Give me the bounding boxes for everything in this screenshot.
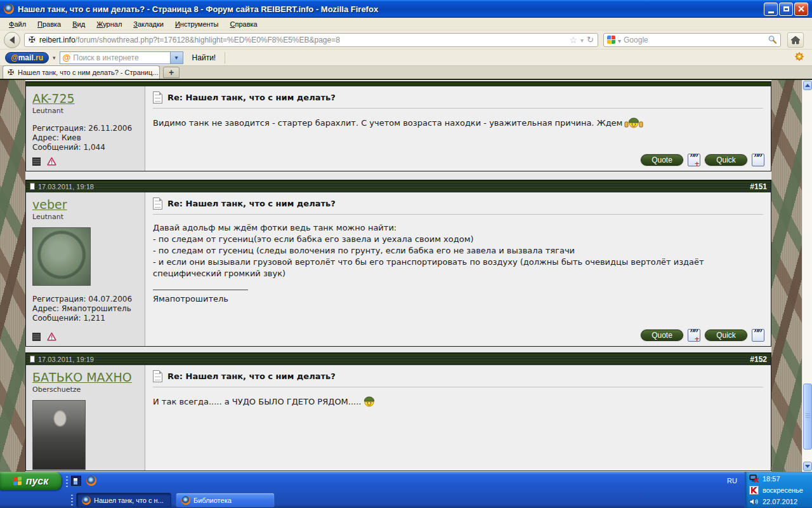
reload-icon[interactable] xyxy=(587,35,594,44)
post-body: AK-725 Leutnant Регистрация: 26.11.2006 … xyxy=(26,86,771,171)
menu-file[interactable]: Файл xyxy=(4,19,31,29)
language-indicator[interactable]: RU xyxy=(727,477,737,485)
post-veber: 17.03.2011, 19:18 #151 veber Leutnant Ре… xyxy=(25,180,771,347)
volume-icon[interactable] xyxy=(749,497,759,506)
task-label: Библиотека xyxy=(193,497,232,504)
report-warning-icon[interactable] xyxy=(47,332,56,341)
home-button[interactable] xyxy=(787,32,804,48)
search-engine-dropdown-icon[interactable] xyxy=(618,34,621,46)
url-host: reibert.info xyxy=(39,36,75,44)
google-icon[interactable] xyxy=(607,36,615,44)
window-controls xyxy=(764,3,808,16)
antivirus-icon[interactable] xyxy=(749,486,759,495)
quick-launch-app-icon[interactable] xyxy=(71,476,81,486)
avatar[interactable] xyxy=(32,227,91,286)
search-input[interactable] xyxy=(624,36,768,44)
quick-reply-button[interactable]: Quick xyxy=(705,330,747,341)
user-panel: БАТЬКО МАХНО Oberschuetze xyxy=(26,365,145,471)
scroll-up-button[interactable] xyxy=(803,81,812,90)
multiquote-icon[interactable] xyxy=(688,154,700,166)
close-button[interactable] xyxy=(794,3,808,16)
mailru-search-box[interactable] xyxy=(60,51,183,64)
quote-button[interactable]: Quote xyxy=(641,154,683,166)
post-number[interactable]: #151 xyxy=(750,182,767,191)
clock-date[interactable]: 22.07.2012 xyxy=(763,498,797,505)
bookmark-star-icon[interactable] xyxy=(570,35,578,45)
post-message-line: - по следам от гусениц (следы волочения … xyxy=(153,245,763,257)
report-warning-icon[interactable] xyxy=(47,157,56,166)
menu-edit[interactable]: Правка xyxy=(32,19,66,29)
menu-history[interactable]: Журнал xyxy=(91,19,127,29)
post-message-text: Видимо танк не заводится - стартер барах… xyxy=(153,118,622,128)
mailru-search-icon xyxy=(63,53,71,62)
post-doc-icon xyxy=(153,197,162,210)
gear-icon[interactable] xyxy=(794,51,804,64)
username-link[interactable]: БАТЬКО МАХНО xyxy=(32,370,132,384)
mailru-search-input[interactable] xyxy=(73,53,169,62)
back-arrow-icon xyxy=(6,36,15,44)
home-icon xyxy=(790,36,801,44)
vertical-scrollbar[interactable] xyxy=(802,80,812,472)
mailru-ru: .ru xyxy=(34,53,43,62)
signature: Ямапотрошитель xyxy=(153,294,763,304)
taskbar-separator xyxy=(71,495,73,505)
menu-help[interactable]: Справка xyxy=(225,19,263,29)
minimize-icon xyxy=(768,11,774,13)
url-path: /forum/showthread.php?t=176128&highlight… xyxy=(75,36,340,44)
divider xyxy=(153,387,763,387)
user-status-icons xyxy=(32,157,56,166)
window-titlebar[interactable]: Нашел танк, что с ним делать? - Страница… xyxy=(0,0,812,18)
network-disconnected-icon[interactable] xyxy=(749,474,759,483)
firefox-icon xyxy=(181,496,190,505)
mailru-logo[interactable]: @mail.ru xyxy=(5,52,49,64)
search-box[interactable] xyxy=(603,33,781,47)
restore-button[interactable] xyxy=(779,3,793,16)
user-status-icons xyxy=(32,332,56,341)
tab-favicon-iron-cross-icon xyxy=(8,69,14,76)
user-panel: AK-725 Leutnant Регистрация: 26.11.2006 … xyxy=(26,86,145,171)
quick-reply-button[interactable]: Quick xyxy=(705,154,747,166)
post-content: Re: Нашел танк, что с ним делать? Видимо… xyxy=(145,86,771,171)
chevron-down-icon xyxy=(805,465,810,471)
magnifier-icon[interactable] xyxy=(768,35,777,44)
post-title: Re: Нашел танк, что с ним делать? xyxy=(167,199,336,208)
task-button-library[interactable]: Библиотека xyxy=(176,493,275,507)
post-header-bar: 17.03.2011, 19:19 #152 xyxy=(26,353,771,365)
user-rank: Oberschuetze xyxy=(32,385,145,394)
url-bar[interactable]: reibert.info/forum/showthread.php?t=1761… xyxy=(24,33,598,47)
quick-launch-firefox-icon[interactable] xyxy=(86,476,96,486)
username-link[interactable]: veber xyxy=(32,197,67,211)
post-message: И так всегда..... а ЧУДО БЫЛО ГДЕТО РЯДО… xyxy=(153,395,763,408)
quick-reply-icon[interactable] xyxy=(752,329,764,342)
username-link[interactable]: AK-725 xyxy=(32,91,75,105)
windows-flag-icon xyxy=(13,476,22,486)
task-button-thread[interactable]: Нашел танк, что с н... xyxy=(76,493,171,507)
new-tab-button[interactable]: + xyxy=(163,67,180,78)
history-dropdown-icon[interactable] xyxy=(580,36,584,44)
start-button[interactable]: пуск xyxy=(0,472,62,490)
post-actions: Quote Quick xyxy=(641,154,764,166)
menu-bookmarks[interactable]: Закладки xyxy=(128,19,169,29)
clock-time[interactable]: 18:57 xyxy=(763,475,780,483)
multiquote-icon[interactable] xyxy=(688,329,700,342)
post-number[interactable]: #152 xyxy=(750,355,767,364)
mailru-find-button[interactable]: Найти! xyxy=(187,52,221,64)
urlbar-controls xyxy=(570,35,594,45)
post-date: 17.03.2011, 19:19 xyxy=(38,356,94,363)
minimize-button[interactable] xyxy=(764,3,778,16)
mailru-dropdown-icon[interactable] xyxy=(53,55,56,61)
post-body: veber Leutnant Регистрация: 04.07.2006 А… xyxy=(26,192,771,346)
browser-viewport: AK-725 Leutnant Регистрация: 26.11.2006 … xyxy=(0,80,812,472)
back-button[interactable] xyxy=(4,32,20,48)
quick-reply-icon[interactable] xyxy=(752,154,764,166)
avatar[interactable] xyxy=(32,400,86,470)
menu-view[interactable]: Вид xyxy=(67,19,90,29)
tab-active[interactable]: Нашел танк, что с ним делать? - Страниц.… xyxy=(3,65,160,79)
mailru-search-dropdown-icon[interactable] xyxy=(170,52,183,64)
scroll-down-button[interactable] xyxy=(803,462,812,471)
quote-button[interactable]: Quote xyxy=(641,330,683,341)
menu-tools[interactable]: Инструменты xyxy=(170,19,224,29)
post-message: Давай адольф мы ждём фотки ведь танк мож… xyxy=(153,222,763,279)
post-doc-icon xyxy=(153,370,162,382)
scrollbar-thumb[interactable] xyxy=(803,384,812,450)
